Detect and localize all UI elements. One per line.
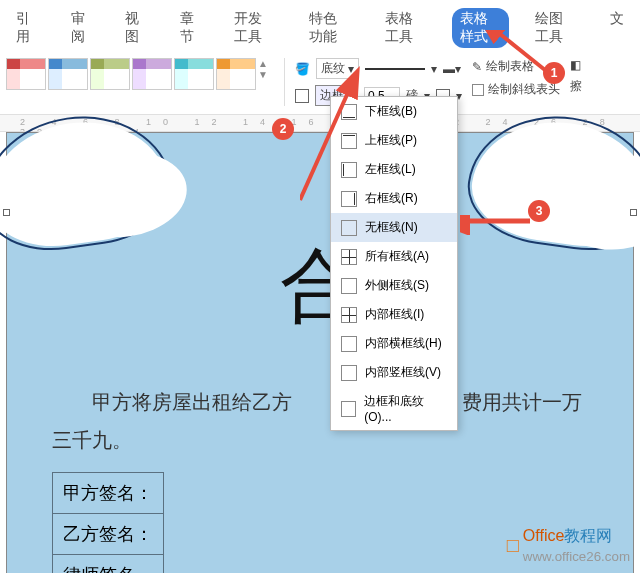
tab-developer[interactable]: 开发工具 (226, 8, 283, 48)
svg-line-0 (495, 30, 545, 70)
annotation-marker-1: 1 (543, 62, 565, 84)
tab-chapter[interactable]: 章节 (172, 8, 209, 48)
gallery-expand-icon[interactable]: ▲▼ (258, 58, 274, 80)
menu-borders-shading[interactable]: 边框和底纹(O)... (331, 387, 457, 430)
selection-handle[interactable] (3, 209, 10, 216)
annotation-marker-3: 3 (528, 200, 550, 222)
eraser-icon: ◧ (570, 58, 581, 72)
style-thumb[interactable] (216, 58, 256, 90)
tab-text[interactable]: 文 (602, 8, 632, 48)
signature-table[interactable]: 甲方签名： 乙方签名： 律师签名 (52, 472, 164, 573)
table-style-gallery[interactable] (6, 58, 256, 90)
style-thumb[interactable] (132, 58, 172, 90)
tab-review[interactable]: 审阅 (63, 8, 100, 48)
menu-inside-borders[interactable]: 内部框线(I) (331, 300, 457, 329)
svg-line-1 (300, 88, 350, 200)
menu-inside-v-border[interactable]: 内部竖框线(V) (331, 358, 457, 387)
style-thumb[interactable] (174, 58, 214, 90)
tab-reference[interactable]: 引用 (8, 8, 45, 48)
style-thumb[interactable] (90, 58, 130, 90)
menu-outside-borders[interactable]: 外侧框线(S) (331, 271, 457, 300)
watermark: □ Office教程网www.office26.com (507, 526, 630, 565)
table-cell[interactable]: 律师签名 (53, 555, 164, 574)
style-thumb[interactable] (48, 58, 88, 90)
selection-handle[interactable] (630, 209, 637, 216)
table-cell[interactable]: 乙方签名： (53, 514, 164, 555)
eraser-button[interactable]: 擦 (570, 78, 582, 95)
menu-inside-h-border[interactable]: 内部横框线(H) (331, 329, 457, 358)
annotation-arrow (460, 215, 540, 235)
annotation-marker-2: 2 (272, 118, 294, 140)
style-thumb[interactable] (6, 58, 46, 90)
annotation-arrow (300, 30, 560, 230)
tab-view[interactable]: 视图 (117, 8, 154, 48)
document-paragraph: 甲方将房屋出租给乙方 包水电费，费用共计一万三千九。 (52, 383, 588, 459)
menu-all-borders[interactable]: 所有框线(A) (331, 242, 457, 271)
table-cell[interactable]: 甲方签名： (53, 473, 164, 514)
